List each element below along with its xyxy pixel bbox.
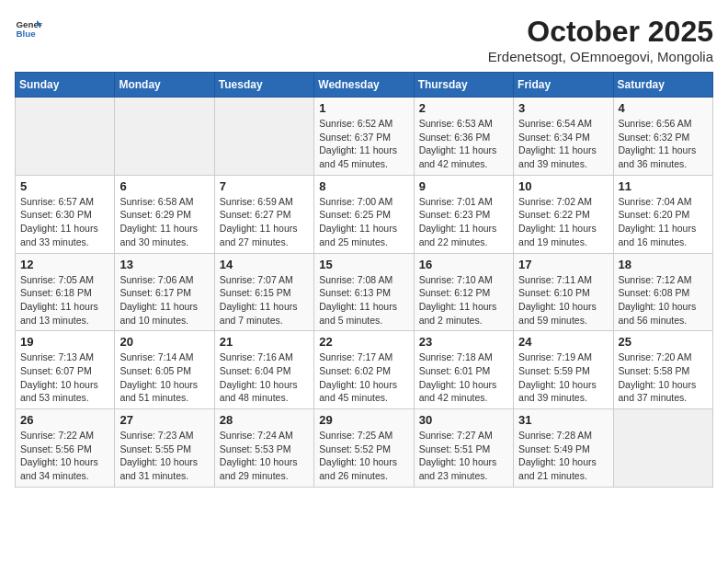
logo: General Blue [15, 15, 42, 42]
title-block: October 2025 Erdenetsogt, OEmnoegovi, Mo… [488, 15, 713, 64]
calendar-day-cell: 21Sunrise: 7:16 AM Sunset: 6:04 PM Dayli… [214, 331, 313, 409]
calendar-day-cell: 7Sunrise: 6:59 AM Sunset: 6:27 PM Daylig… [214, 175, 313, 253]
day-number: 30 [419, 413, 508, 427]
page-title: October 2025 [488, 15, 713, 49]
day-info: Sunrise: 7:00 AM Sunset: 6:25 PM Dayligh… [319, 195, 408, 249]
day-number: 15 [319, 258, 408, 271]
day-info: Sunrise: 7:13 AM Sunset: 6:07 PM Dayligh… [20, 350, 109, 405]
calendar-day-cell: 13Sunrise: 7:06 AM Sunset: 6:17 PM Dayli… [115, 253, 214, 331]
calendar-day-cell: 15Sunrise: 7:08 AM Sunset: 6:13 PM Dayli… [314, 253, 414, 331]
calendar-day-cell: 1Sunrise: 6:52 AM Sunset: 6:37 PM Daylig… [314, 98, 414, 176]
day-number: 7 [220, 179, 309, 193]
calendar-day-cell: 27Sunrise: 7:23 AM Sunset: 5:55 PM Dayli… [115, 409, 214, 488]
calendar-week-row: 26Sunrise: 7:22 AM Sunset: 5:56 PM Dayli… [16, 409, 713, 488]
calendar-day-cell: 12Sunrise: 7:05 AM Sunset: 6:18 PM Dayli… [16, 253, 115, 331]
day-number: 14 [220, 258, 309, 271]
calendar-header-row: SundayMondayTuesdayWednesdayThursdayFrid… [16, 73, 713, 98]
day-info: Sunrise: 6:54 AM Sunset: 6:34 PM Dayligh… [518, 117, 608, 171]
calendar-day-cell: 11Sunrise: 7:04 AM Sunset: 6:20 PM Dayli… [613, 175, 712, 253]
calendar-day-cell: 24Sunrise: 7:19 AM Sunset: 5:59 PM Dayli… [514, 331, 613, 409]
calendar-day-cell: 6Sunrise: 6:58 AM Sunset: 6:29 PM Daylig… [115, 175, 214, 253]
calendar-day-cell: 5Sunrise: 6:57 AM Sunset: 6:30 PM Daylig… [16, 175, 115, 253]
calendar-day-cell: 23Sunrise: 7:18 AM Sunset: 6:01 PM Dayli… [414, 331, 513, 409]
day-info: Sunrise: 6:58 AM Sunset: 6:29 PM Dayligh… [119, 195, 209, 249]
day-number: 19 [20, 335, 109, 349]
day-number: 23 [419, 335, 508, 349]
day-info: Sunrise: 7:17 AM Sunset: 6:02 PM Dayligh… [319, 350, 408, 405]
calendar-day-cell: 30Sunrise: 7:27 AM Sunset: 5:51 PM Dayli… [414, 409, 513, 488]
calendar-day-cell: 18Sunrise: 7:12 AM Sunset: 6:08 PM Dayli… [613, 253, 712, 331]
day-number: 2 [419, 101, 508, 115]
day-info: Sunrise: 7:06 AM Sunset: 6:17 PM Dayligh… [119, 273, 209, 327]
day-number: 3 [518, 101, 608, 115]
day-info: Sunrise: 7:14 AM Sunset: 6:05 PM Dayligh… [119, 350, 209, 405]
day-of-week-header: Friday [514, 73, 613, 98]
day-info: Sunrise: 7:12 AM Sunset: 6:08 PM Dayligh… [619, 273, 708, 327]
day-number: 29 [319, 413, 408, 427]
day-info: Sunrise: 7:02 AM Sunset: 6:22 PM Dayligh… [518, 195, 608, 249]
calendar-day-cell: 20Sunrise: 7:14 AM Sunset: 6:05 PM Dayli… [115, 331, 214, 409]
day-info: Sunrise: 7:16 AM Sunset: 6:04 PM Dayligh… [220, 350, 309, 405]
day-number: 12 [20, 258, 109, 271]
calendar-day-cell: 3Sunrise: 6:54 AM Sunset: 6:34 PM Daylig… [514, 98, 613, 176]
calendar-week-row: 12Sunrise: 7:05 AM Sunset: 6:18 PM Dayli… [16, 253, 713, 331]
calendar-day-cell: 25Sunrise: 7:20 AM Sunset: 5:58 PM Dayli… [613, 331, 712, 409]
calendar-week-row: 1Sunrise: 6:52 AM Sunset: 6:37 PM Daylig… [16, 98, 713, 176]
day-number: 10 [518, 179, 608, 193]
day-info: Sunrise: 6:53 AM Sunset: 6:36 PM Dayligh… [419, 117, 508, 171]
day-info: Sunrise: 7:10 AM Sunset: 6:12 PM Dayligh… [419, 273, 508, 327]
calendar-day-cell [613, 409, 712, 488]
calendar-day-cell: 28Sunrise: 7:24 AM Sunset: 5:53 PM Dayli… [214, 409, 313, 488]
day-info: Sunrise: 7:20 AM Sunset: 5:58 PM Dayligh… [619, 350, 708, 405]
calendar-day-cell: 8Sunrise: 7:00 AM Sunset: 6:25 PM Daylig… [314, 175, 414, 253]
day-info: Sunrise: 7:01 AM Sunset: 6:23 PM Dayligh… [419, 195, 508, 249]
day-number: 20 [119, 335, 209, 349]
day-number: 1 [319, 101, 408, 115]
day-number: 21 [220, 335, 309, 349]
day-number: 11 [619, 179, 708, 193]
day-info: Sunrise: 7:19 AM Sunset: 5:59 PM Dayligh… [518, 350, 608, 405]
calendar-day-cell: 2Sunrise: 6:53 AM Sunset: 6:36 PM Daylig… [414, 98, 513, 176]
day-number: 4 [619, 101, 708, 115]
day-number: 28 [220, 413, 309, 427]
day-info: Sunrise: 6:56 AM Sunset: 6:32 PM Dayligh… [619, 117, 708, 171]
day-of-week-header: Wednesday [314, 73, 414, 98]
day-of-week-header: Saturday [613, 73, 712, 98]
day-info: Sunrise: 7:25 AM Sunset: 5:52 PM Dayligh… [319, 429, 408, 483]
day-number: 18 [619, 258, 708, 271]
day-number: 8 [319, 179, 408, 193]
day-number: 16 [419, 258, 508, 271]
calendar-week-row: 5Sunrise: 6:57 AM Sunset: 6:30 PM Daylig… [16, 175, 713, 253]
day-info: Sunrise: 7:04 AM Sunset: 6:20 PM Dayligh… [619, 195, 708, 249]
calendar-day-cell: 10Sunrise: 7:02 AM Sunset: 6:22 PM Dayli… [514, 175, 613, 253]
day-info: Sunrise: 7:18 AM Sunset: 6:01 PM Dayligh… [419, 350, 508, 405]
day-number: 6 [119, 179, 209, 193]
calendar-week-row: 19Sunrise: 7:13 AM Sunset: 6:07 PM Dayli… [16, 331, 713, 409]
calendar-day-cell: 9Sunrise: 7:01 AM Sunset: 6:23 PM Daylig… [414, 175, 513, 253]
calendar-day-cell [115, 98, 214, 176]
day-info: Sunrise: 7:23 AM Sunset: 5:55 PM Dayligh… [119, 429, 209, 483]
day-number: 5 [20, 179, 109, 193]
calendar-day-cell: 4Sunrise: 6:56 AM Sunset: 6:32 PM Daylig… [613, 98, 712, 176]
day-of-week-header: Monday [115, 73, 214, 98]
day-info: Sunrise: 7:27 AM Sunset: 5:51 PM Dayligh… [419, 429, 508, 483]
day-info: Sunrise: 7:05 AM Sunset: 6:18 PM Dayligh… [20, 273, 109, 327]
calendar-table: SundayMondayTuesdayWednesdayThursdayFrid… [15, 72, 713, 488]
day-info: Sunrise: 7:07 AM Sunset: 6:15 PM Dayligh… [220, 273, 309, 327]
day-info: Sunrise: 7:08 AM Sunset: 6:13 PM Dayligh… [319, 273, 408, 327]
day-info: Sunrise: 7:24 AM Sunset: 5:53 PM Dayligh… [220, 429, 309, 483]
calendar-day-cell: 29Sunrise: 7:25 AM Sunset: 5:52 PM Dayli… [314, 409, 414, 488]
calendar-day-cell: 17Sunrise: 7:11 AM Sunset: 6:10 PM Dayli… [514, 253, 613, 331]
calendar-day-cell: 22Sunrise: 7:17 AM Sunset: 6:02 PM Dayli… [314, 331, 414, 409]
day-of-week-header: Thursday [414, 73, 513, 98]
day-of-week-header: Sunday [16, 73, 115, 98]
day-number: 9 [419, 179, 508, 193]
day-number: 24 [518, 335, 608, 349]
day-number: 31 [518, 413, 608, 427]
logo-icon: General Blue [15, 15, 42, 42]
calendar-day-cell: 16Sunrise: 7:10 AM Sunset: 6:12 PM Dayli… [414, 253, 513, 331]
page-subtitle: Erdenetsogt, OEmnoegovi, Mongolia [488, 49, 713, 64]
day-number: 27 [119, 413, 209, 427]
page-header: General Blue October 2025 Erdenetsogt, O… [15, 15, 713, 64]
day-info: Sunrise: 6:59 AM Sunset: 6:27 PM Dayligh… [220, 195, 309, 249]
